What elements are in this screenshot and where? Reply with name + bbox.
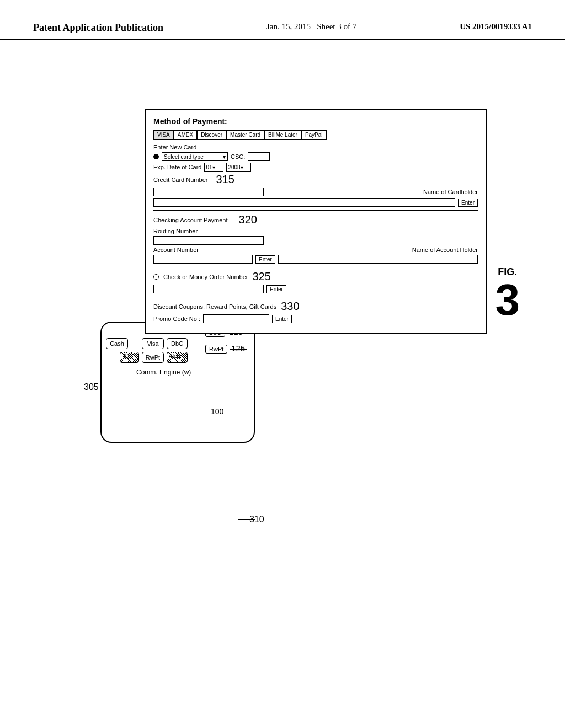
tab-group-rwpt: RwPt 125	[205, 344, 245, 354]
routing-label: Routing Number	[153, 228, 478, 234]
credit-card-label: Credit Card Number	[153, 176, 207, 183]
box-id-label: ID	[124, 353, 129, 359]
routing-input[interactable]	[153, 236, 264, 245]
label-325: 325	[252, 270, 270, 283]
csc-input[interactable]	[248, 152, 270, 161]
enter-new-card-label: Enter New Card	[153, 144, 478, 151]
box-alert-label: Alert	[169, 353, 180, 359]
connector-rwpt	[230, 349, 247, 350]
divider-2	[153, 267, 478, 267]
account-holder-input[interactable]	[278, 255, 478, 264]
enter-btn-promo[interactable]: Enter	[272, 315, 292, 323]
radio-selected[interactable]	[153, 154, 159, 159]
tab-discover[interactable]: Discover	[197, 130, 226, 140]
label-320: 320	[239, 213, 257, 226]
enter-new-card-section: Enter New Card Select card type ▾ CSC: E…	[153, 144, 478, 207]
enter-btn-check[interactable]: Enter	[266, 285, 286, 293]
label-315: 315	[216, 173, 234, 186]
fig-number: 3	[495, 278, 520, 322]
tab-billme[interactable]: BillMe Later	[264, 130, 301, 140]
select-card-type[interactable]: Select card type ▾	[162, 152, 228, 161]
label-305: 305	[84, 382, 99, 392]
diagram-area: Cash DbC ID Visa RwPt Alert Comm. Engine…	[34, 57, 531, 663]
promo-row: Promo Code No : Enter	[153, 314, 478, 323]
box-cash: Cash	[106, 338, 128, 349]
method-of-payment-title: Method of Payment:	[153, 117, 478, 126]
tab-rwpt: RwPt	[205, 345, 227, 354]
tab-paypal[interactable]: PayPal	[301, 130, 327, 140]
discount-label: Discount Coupons, Reward Points, Gift Ca…	[153, 303, 276, 310]
check-money-row: Check or Money Order Number 325	[153, 270, 478, 283]
box-dbc-inner: DbC	[167, 338, 188, 349]
credit-card-input-row: Name of Cardholder	[153, 188, 478, 196]
name-cardholder-label: Name of Cardholder	[423, 189, 478, 195]
arrow-310	[238, 519, 255, 520]
fig-label: FIG. 3	[495, 266, 520, 322]
checking-account-section: Checking Account Payment 320 Routing Num…	[153, 213, 478, 264]
cardholder-input-row: Enter	[153, 198, 478, 207]
enter-btn-account[interactable]: Enter	[255, 255, 275, 264]
exp-date-label: Exp. Date of Card	[153, 164, 201, 170]
label-125: 125	[231, 344, 245, 353]
account-row: Account Number Name of Account Holder	[153, 247, 478, 253]
promo-input[interactable]	[203, 314, 269, 323]
check-money-section: Check or Money Order Number 325 Enter	[153, 270, 478, 293]
account-number-label: Account Number	[153, 247, 199, 253]
label-330: 330	[281, 300, 299, 313]
account-input[interactable]	[153, 255, 253, 264]
csc-label: CSC:	[231, 153, 245, 160]
tab-visa-payment[interactable]: VISA	[153, 130, 174, 140]
box-rwpt-inner: RwPt	[142, 352, 164, 363]
enter-btn-cardholder[interactable]: Enter	[458, 199, 478, 207]
divider-1	[153, 210, 478, 211]
payment-tabs[interactable]: VISA AMEX Discover Master Card BillMe La…	[153, 130, 478, 140]
discount-section: Discount Coupons, Reward Points, Gift Ca…	[153, 300, 478, 323]
name-account-holder-label: Name of Account Holder	[412, 247, 478, 253]
header-date: Jan. 15, 2015	[266, 22, 311, 31]
tab-amex[interactable]: AMEX	[174, 130, 197, 140]
credit-card-row: Credit Card Number 315	[153, 173, 478, 186]
check-number-input[interactable]	[153, 285, 264, 293]
main-content: Cash DbC ID Visa RwPt Alert Comm. Engine…	[0, 40, 565, 680]
label-310: 310	[249, 515, 264, 524]
exp-month-select[interactable]: 01▾	[204, 163, 223, 172]
divider-3	[153, 297, 478, 297]
credit-card-input[interactable]	[153, 188, 264, 196]
check-money-label: Check or Money Order Number	[163, 274, 248, 280]
comm-engine-num: 100	[211, 407, 223, 416]
account-input-row: Enter	[153, 255, 478, 264]
page-header: Patent Application Publication Jan. 15, …	[0, 0, 565, 40]
exp-date-row: Exp. Date of Card 01▾ 2008▾	[153, 163, 478, 172]
card-type-row: Select card type ▾ CSC:	[153, 152, 478, 161]
payment-form: Method of Payment: VISA AMEX Discover Ma…	[145, 109, 487, 334]
cardholder-input[interactable]	[153, 198, 455, 207]
header-publication-title: Patent Application Publication	[33, 22, 163, 34]
promo-label: Promo Code No :	[153, 315, 200, 322]
checking-account-label: Checking Account Payment	[153, 217, 228, 223]
header-date-sheet: Jan. 15, 2015 Sheet 3 of 7	[266, 22, 356, 31]
comm-engine-label: Comm. Engine (w)	[136, 368, 191, 376]
dropdown-arrow: ▾	[223, 154, 226, 160]
select-label: Select card type	[164, 154, 204, 160]
exp-year-select[interactable]: 2008▾	[226, 163, 251, 172]
tab-mastercard[interactable]: Master Card	[226, 130, 264, 140]
box-visa-inner: Visa	[142, 338, 164, 349]
checking-title-row: Checking Account Payment 320	[153, 213, 478, 226]
check-input-row: Enter	[153, 285, 478, 293]
discount-row: Discount Coupons, Reward Points, Gift Ca…	[153, 300, 478, 313]
box-id	[120, 352, 139, 363]
radio-check[interactable]	[153, 274, 159, 280]
header-sheet: Sheet 3 of 7	[317, 22, 356, 31]
header-patent-number: US 2015/0019333 A1	[460, 22, 532, 31]
